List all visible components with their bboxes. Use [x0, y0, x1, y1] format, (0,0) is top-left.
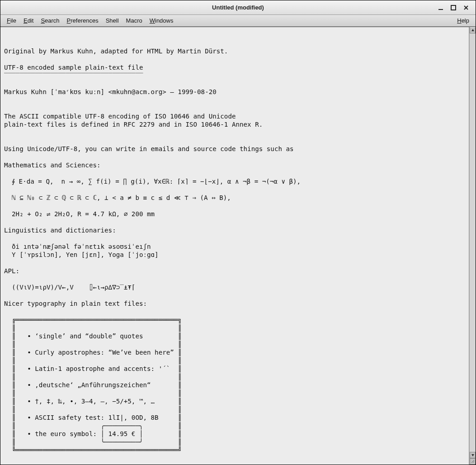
editor-container: Original by Markus Kuhn, adapted for HTM… — [0, 27, 476, 465]
maximize-button[interactable] — [449, 4, 457, 12]
menu-edit[interactable]: Edit — [20, 16, 37, 25]
menu-help[interactable]: Help — [453, 16, 473, 25]
scroll-track[interactable] — [470, 33, 476, 452]
text-editor[interactable]: Original by Markus Kuhn, adapted for HTM… — [0, 27, 469, 465]
titlebar: Untitled (modified) — [0, 0, 476, 15]
window-controls — [437, 0, 474, 14]
svg-marker-4 — [471, 29, 474, 31]
menu-shell[interactable]: Shell — [102, 16, 123, 25]
minimize-button[interactable] — [437, 4, 445, 12]
menu-search[interactable]: Search — [37, 16, 63, 25]
svg-line-6 — [471, 460, 474, 463]
svg-line-7 — [473, 461, 474, 463]
window-title: Untitled (modified) — [212, 4, 264, 11]
app-window: Untitled (modified) File Edit Search Pre… — [0, 0, 476, 465]
svg-rect-0 — [438, 9, 443, 10]
menu-macro[interactable]: Macro — [123, 16, 146, 25]
scroll-down-icon[interactable] — [470, 452, 476, 458]
scroll-up-icon[interactable] — [470, 27, 476, 33]
menu-file[interactable]: File — [3, 16, 20, 25]
close-button[interactable] — [462, 4, 470, 12]
menu-windows[interactable]: Windows — [146, 16, 177, 25]
vertical-scrollbar[interactable] — [469, 27, 476, 465]
svg-marker-5 — [471, 454, 474, 456]
menu-preferences[interactable]: Preferences — [63, 16, 102, 25]
svg-rect-1 — [451, 5, 456, 10]
scroll-corner — [470, 458, 476, 465]
menubar: File Edit Search Preferences Shell Macro… — [0, 15, 476, 27]
